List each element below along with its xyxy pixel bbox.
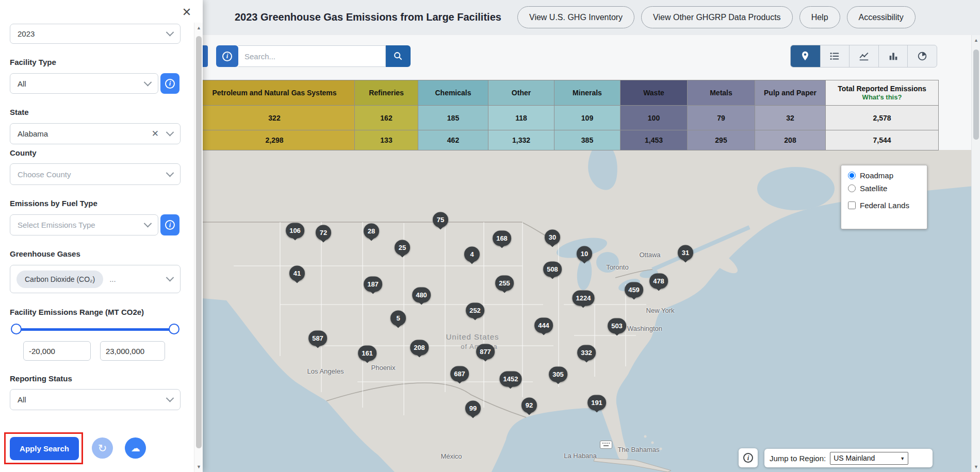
map-marker-75[interactable]: 75: [433, 212, 448, 227]
facility-type-info-button[interactable]: i: [160, 73, 179, 94]
map-marker-478[interactable]: 478: [649, 273, 668, 289]
map-marker-480[interactable]: 480: [412, 287, 431, 302]
city-label-the-bahamas: The Bahamas: [618, 446, 660, 453]
sector-emissions-table: Petroleum and Natural Gas Systems3222,29…: [194, 80, 939, 150]
reporting-status-select[interactable]: All: [10, 389, 181, 410]
close-panel-button[interactable]: ✕: [178, 4, 195, 21]
map-marker-252[interactable]: 252: [466, 302, 484, 318]
bar-chart-view-button[interactable]: [878, 45, 908, 67]
fuel-type-info-button[interactable]: i: [160, 214, 179, 235]
whats-this-link[interactable]: What's this?: [862, 93, 902, 101]
search-input[interactable]: [238, 45, 386, 67]
table-column-chemicals: Chemicals185462: [418, 80, 488, 150]
fuel-type-select[interactable]: Select Emissions Type: [10, 214, 158, 235]
scroll-down-arrow[interactable]: ▼: [972, 462, 980, 472]
scroll-up-arrow[interactable]: ▲: [972, 35, 980, 45]
scroll-down-arrow[interactable]: ▼: [194, 462, 203, 472]
map-info-button[interactable]: i: [739, 448, 758, 467]
map-marker-72[interactable]: 72: [316, 225, 331, 240]
map-marker-106[interactable]: 106: [286, 223, 304, 238]
range-slider-handle-max[interactable]: [169, 324, 179, 334]
range-slider-handle-min[interactable]: [11, 324, 22, 334]
pie-chart-view-button[interactable]: [907, 45, 937, 67]
column-header-label: Total Reported Emissions: [838, 85, 926, 93]
table-header-metals: Metals: [688, 80, 755, 106]
map-marker-508[interactable]: 508: [543, 261, 562, 277]
country-label: United States: [446, 332, 499, 341]
map-marker-5[interactable]: 5: [390, 310, 406, 326]
trend-view-button[interactable]: [849, 45, 878, 67]
map-marker-30[interactable]: 30: [545, 229, 560, 245]
federal-lands-checkbox[interactable]: [848, 201, 856, 209]
map-marker-459[interactable]: 459: [625, 282, 643, 297]
map-marker-187[interactable]: 187: [364, 276, 382, 292]
greenhouse-gases-select[interactable]: Carbon Dioxide (CO₂) ...: [10, 265, 181, 293]
map-canvas[interactable]: United States of America OttawaTorontoNe…: [203, 150, 974, 472]
map-marker-191[interactable]: 191: [587, 395, 606, 410]
range-min-input[interactable]: [23, 341, 91, 361]
year-select[interactable]: 2023: [10, 24, 181, 44]
column-header-label: Waste: [643, 89, 664, 97]
filter-toggle-button-partial[interactable]: [203, 45, 208, 67]
jump-region-select[interactable]: US Mainland: [830, 452, 908, 465]
city-label-los-angeles: Los Angeles: [307, 367, 344, 375]
download-button[interactable]: ☁: [125, 437, 146, 459]
header-button-accessibility[interactable]: Accessibility: [847, 6, 916, 28]
table-header-pulp-and-paper: Pulp and Paper: [755, 80, 825, 106]
map-marker-1224[interactable]: 1224: [573, 290, 595, 306]
sidebar-scrollbar-thumb[interactable]: [196, 36, 202, 448]
gas-chip-co2[interactable]: Carbon Dioxide (CO₂): [17, 271, 103, 288]
view-switcher: [790, 45, 937, 68]
map-marker-92[interactable]: 92: [521, 397, 537, 413]
county-select[interactable]: Choose County: [10, 163, 181, 185]
header-button-view-other-ghgrp-data-products[interactable]: View Other GHGRP Data Products: [641, 6, 793, 28]
map-marker-877[interactable]: 877: [476, 344, 495, 359]
chevron-down-icon: [166, 168, 174, 177]
search-submit-button[interactable]: [386, 45, 411, 67]
reset-filters-button[interactable]: ↻: [92, 437, 113, 459]
map-marker-587[interactable]: 587: [308, 330, 327, 346]
map-marker-444[interactable]: 444: [534, 317, 553, 333]
list-view-button[interactable]: [820, 45, 850, 67]
keyboard-shortcuts-icon[interactable]: [600, 441, 612, 449]
sidebar-scrollbar[interactable]: ▲ ▼: [194, 23, 203, 472]
map-marker-4[interactable]: 4: [464, 246, 480, 262]
chevron-down-icon: [144, 78, 152, 86]
facility-type-select[interactable]: All: [10, 73, 158, 94]
info-icon: i: [165, 79, 175, 89]
map-marker-503[interactable]: 503: [608, 318, 626, 333]
map-marker-10[interactable]: 10: [577, 246, 592, 261]
map-view-button[interactable]: [791, 45, 820, 67]
map-marker-305[interactable]: 305: [549, 366, 567, 382]
header-button-view-u-s-ghg-inventory[interactable]: View U.S. GHG Inventory: [517, 6, 634, 28]
list-icon: [829, 50, 840, 62]
clear-state-icon[interactable]: ✕: [152, 128, 159, 139]
map-marker-41[interactable]: 41: [289, 265, 305, 281]
map-marker-332[interactable]: 332: [577, 345, 596, 360]
satellite-radio[interactable]: [848, 184, 856, 192]
page-scrollbar[interactable]: ▲ ▼: [971, 35, 980, 472]
map-marker-161[interactable]: 161: [358, 345, 377, 361]
map-marker-25[interactable]: 25: [395, 240, 410, 255]
map-marker-208[interactable]: 208: [410, 340, 429, 355]
state-select[interactable]: Alabama ✕: [10, 123, 181, 144]
table-value-refineries-row1: 162: [355, 106, 418, 130]
apply-search-button[interactable]: Apply Search: [10, 437, 79, 460]
fuel-type-label: Emissions by Fuel Type: [10, 199, 97, 208]
map-marker-1452[interactable]: 1452: [500, 371, 522, 386]
map-marker-255[interactable]: 255: [495, 275, 514, 291]
search-info-button[interactable]: i: [216, 45, 238, 67]
state-label: State: [10, 108, 29, 116]
map-marker-99[interactable]: 99: [465, 400, 481, 416]
map-marker-168[interactable]: 168: [493, 230, 511, 246]
range-max-input[interactable]: [100, 341, 165, 361]
roadmap-radio[interactable]: [848, 172, 856, 179]
page-scrollbar-thumb[interactable]: [973, 49, 979, 140]
map-marker-31[interactable]: 31: [678, 245, 693, 260]
header-button-help[interactable]: Help: [799, 6, 840, 28]
map-marker-687[interactable]: 687: [450, 366, 469, 381]
county-placeholder: Choose County: [18, 170, 71, 179]
table-column-petroleum-and-natural-gas-systems: Petroleum and Natural Gas Systems3222,29…: [194, 80, 355, 150]
scroll-up-arrow[interactable]: ▲: [194, 23, 203, 33]
map-marker-28[interactable]: 28: [364, 223, 379, 239]
